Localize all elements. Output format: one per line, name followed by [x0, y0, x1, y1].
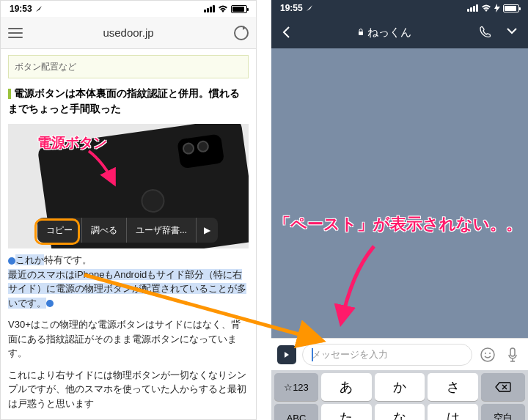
key-space[interactable]: 空白 — [481, 404, 525, 420]
paragraph-2: V30+はこの物理的な電源ボタンはサイドにはなく、背面にある指紋認証がそのまま電… — [8, 317, 249, 361]
svg-point-2 — [485, 353, 486, 354]
status-time: 19:53 — [10, 4, 32, 14]
svg-point-1 — [481, 348, 494, 361]
camera-lens-icon — [177, 133, 224, 169]
svg-rect-4 — [510, 348, 515, 356]
key-ka[interactable]: か — [375, 373, 425, 401]
selection-handle-start-icon[interactable] — [8, 257, 15, 265]
svg-point-3 — [489, 353, 491, 354]
message-input[interactable]: メッセージを入力 — [302, 344, 472, 366]
fingerprint-sensor-icon — [139, 188, 166, 214]
safari-navbar: usedoor.jp — [1, 17, 256, 49]
product-photo[interactable]: 電源ボタン コピー 調べる ユーザ辞書... ▶ — [8, 124, 249, 248]
key-sa[interactable]: さ — [428, 373, 478, 401]
lookup-button[interactable]: 調べる — [82, 218, 127, 243]
signal-icon — [204, 5, 215, 12]
arrow-pink-icon — [330, 243, 389, 331]
input-placeholder: メッセージを入力 — [312, 348, 388, 361]
highlighted-text: 最近のスマホはiPhoneもAndroidもサイド部分（特に右サイド）に電源の物… — [8, 269, 246, 309]
line-chat-header: ねっくん — [271, 16, 528, 48]
paragraph-3: これにより右サイドには物理ボタンが一切なくなりシンプルですが、他のスマホを使って… — [8, 368, 249, 411]
key-numbers[interactable]: ☆123 — [274, 373, 318, 401]
arrow-pink-icon — [81, 147, 125, 191]
signal-icon — [467, 4, 478, 12]
menu-icon[interactable] — [8, 28, 23, 38]
key-ha[interactable]: は — [428, 404, 478, 420]
wifi-icon — [481, 4, 491, 12]
message-input-bar: メッセージを入力 — [271, 338, 528, 370]
key-ta[interactable]: た — [321, 404, 372, 420]
expand-button[interactable] — [277, 345, 296, 364]
chat-title: ねっくん — [357, 26, 411, 40]
call-icon[interactable] — [478, 25, 493, 40]
status-bar-left: 19:53 — [1, 1, 256, 17]
category-box: ボタン配置など — [8, 55, 249, 78]
chat-title-text: ねっくん — [367, 26, 411, 40]
wifi-icon — [218, 5, 228, 12]
svg-rect-0 — [359, 32, 363, 35]
page-content: ボタン配置など 電源ボタンは本体裏面の指紋認証と併用。慣れるまでちょっと手間取っ… — [1, 49, 256, 420]
key-delete[interactable] — [481, 373, 525, 401]
user-dict-button[interactable]: ユーザ辞書... — [127, 218, 197, 243]
key-abc[interactable]: ABC — [274, 404, 318, 420]
japanese-keyboard: ☆123 あ か さ ABC た な は 空白 — [271, 370, 528, 420]
more-button[interactable]: ▶ — [197, 218, 218, 243]
reload-icon[interactable] — [234, 26, 249, 40]
lock-icon — [357, 29, 364, 36]
copy-button[interactable]: コピー — [37, 218, 82, 243]
back-icon[interactable] — [282, 26, 290, 39]
location-icon — [306, 4, 313, 12]
heading-text: 電源ボタンは本体裏面の指紋認証と併用。慣れるまでちょっと手間取った — [8, 87, 240, 114]
battery-icon — [231, 5, 247, 13]
url-bar[interactable]: usedoor.jp — [30, 26, 227, 39]
key-a[interactable]: あ — [321, 373, 372, 401]
left-phone-safari: 19:53 usedoor.jp ボタン配置など 電源ボタンは本体裏面の指紋認証… — [0, 0, 257, 420]
chevron-down-icon[interactable] — [506, 25, 518, 37]
annotation-paste-missing: 「ペースト」が表示されない。。 — [274, 213, 524, 235]
status-time: 19:55 — [280, 3, 303, 13]
text-cursor-icon — [312, 348, 313, 361]
charging-icon — [494, 4, 500, 12]
text-selection-menu: コピー 調べる ユーザ辞書... ▶ — [37, 218, 218, 243]
selected-paragraph[interactable]: これか特有です。 最近のスマホはiPhoneもAndroidもサイド部分（特に右… — [8, 253, 249, 310]
chat-background[interactable]: 「ペースト」が表示されない。。 — [271, 48, 528, 338]
right-phone-line: 19:55 ねっくん 「ペースト」が表示されない。。 — [271, 0, 528, 420]
location-icon — [35, 5, 43, 12]
mic-button[interactable] — [503, 345, 522, 364]
selection-handle-end-icon[interactable] — [46, 300, 54, 307]
key-na[interactable]: な — [375, 404, 425, 420]
status-bar-right: 19:55 — [271, 0, 528, 16]
battery-icon — [503, 4, 519, 12]
article-heading: 電源ボタンは本体裏面の指紋認証と併用。慣れるまでちょっと手間取った — [8, 86, 249, 117]
emoji-button[interactable] — [478, 345, 497, 364]
